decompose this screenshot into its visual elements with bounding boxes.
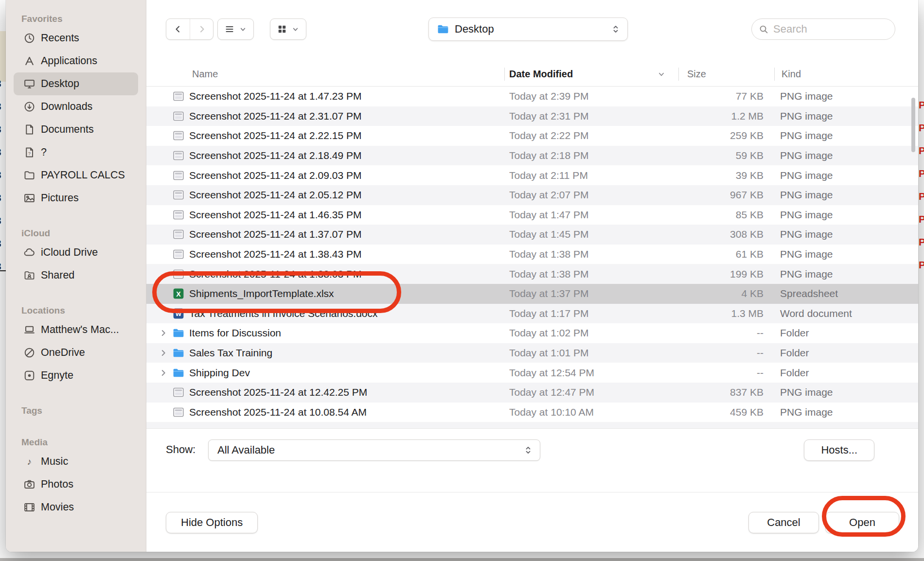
file-name: Screenshot 2025-11-24 at 2.09.03 PM xyxy=(189,170,362,181)
show-label: Show: xyxy=(166,443,195,456)
file-date-modified: Today at 1:45 PM xyxy=(504,228,678,240)
file-icon xyxy=(172,209,185,221)
svg-text:X: X xyxy=(176,290,181,298)
file-date-modified: Today at 2:31 PM xyxy=(504,110,678,122)
file-row[interactable]: X Shipments_ImportTemplate.xlsx Today at… xyxy=(146,284,918,304)
file-date-modified: Today at 1:17 PM xyxy=(504,308,678,319)
show-filter-dropdown[interactable]: All Available xyxy=(208,439,540,461)
forward-button[interactable] xyxy=(190,19,213,39)
chevron-down-icon xyxy=(291,25,300,34)
file-row[interactable]: Screenshot 2025-11-24 at 2.09.03 PM Toda… xyxy=(146,165,918,185)
file-row[interactable]: Screenshot 2025-11-24 at 2.18.49 PM Toda… xyxy=(146,146,918,166)
list-view-dropdown[interactable] xyxy=(217,18,254,40)
search-input[interactable] xyxy=(773,23,888,35)
sidebar-item-recents[interactable]: Recents xyxy=(14,27,138,50)
search-icon xyxy=(759,24,769,35)
cancel-button[interactable]: Cancel xyxy=(748,512,819,533)
file-row[interactable]: Screenshot 2025-11-24 at 10.08.54 AM Tod… xyxy=(146,403,918,422)
disclosure-chevron-icon[interactable] xyxy=(159,349,168,357)
file-kind: Word document xyxy=(774,308,918,319)
show-options-bar: Show: All Available Hosts... xyxy=(146,428,918,492)
sidebar-item-photos[interactable]: Photos xyxy=(14,473,138,496)
file-kind: PNG image xyxy=(774,110,918,122)
chevron-left-icon xyxy=(173,24,183,34)
file-kind: PNG image xyxy=(774,406,918,418)
sidebar-item-label: Documents xyxy=(41,123,94,136)
current-folder-dropdown[interactable]: Desktop xyxy=(428,18,628,41)
sidebar-item-onedrive[interactable]: OneDrive xyxy=(14,341,138,364)
file-row[interactable]: Screenshot 2025-11-24 at 2.05.12 PM Toda… xyxy=(146,185,918,205)
sidebar-item-music[interactable]: ♪ Music xyxy=(14,450,138,473)
sidebar-item-downloads[interactable]: Downloads xyxy=(14,95,138,118)
file-row[interactable]: Sales Tax Training Today at 1:01 PM -- F… xyxy=(146,343,918,363)
sidebar-item-icloud-drive[interactable]: iCloud Drive xyxy=(14,241,138,264)
column-header-name[interactable]: Name xyxy=(146,62,504,86)
back-button[interactable] xyxy=(166,19,190,39)
open-button[interactable]: Open xyxy=(825,512,899,533)
sidebar-section-header: Locations xyxy=(6,303,146,318)
column-header-size[interactable]: Size xyxy=(678,62,774,86)
hosts-button[interactable]: Hosts... xyxy=(804,439,874,461)
sidebar-item-icon xyxy=(23,501,36,513)
sidebar-item-payroll-calcs[interactable]: PAYROLL CALCS xyxy=(14,164,138,187)
file-date-modified: Today at 2:22 PM xyxy=(504,130,678,141)
sidebar-item-icon xyxy=(23,123,36,136)
sidebar-item-desktop[interactable]: Desktop xyxy=(14,72,138,95)
sidebar-item-icon xyxy=(23,169,36,181)
file-row[interactable]: Screenshot 2025-11-24 at 1.38.43 PM Toda… xyxy=(146,245,918,264)
sidebar-item-label: Downloads xyxy=(41,101,92,113)
disclosure-chevron-icon[interactable] xyxy=(159,329,168,337)
file-row[interactable]: Screenshot 2025-11-24 at 1.46.35 PM Toda… xyxy=(146,205,918,225)
file-kind: PNG image xyxy=(774,189,918,201)
file-row[interactable]: Items for Discussion Today at 1:02 PM --… xyxy=(146,323,918,343)
file-kind: PNG image xyxy=(774,248,918,260)
file-icon xyxy=(172,386,185,399)
list-view-icon xyxy=(224,24,235,35)
sidebar-item-egnyte[interactable]: Egnyte xyxy=(14,364,138,387)
file-icon xyxy=(172,406,185,419)
sidebar-section-header: Favorites xyxy=(6,12,146,27)
sidebar-item-movies[interactable]: Movies xyxy=(14,496,138,519)
file-icon xyxy=(172,228,185,241)
file-date-modified: Today at 1:38 PM xyxy=(504,248,678,260)
sidebar-section-header: iCloud xyxy=(6,226,146,241)
file-row[interactable]: Screenshot 2025-11-24 at 2.22.15 PM Toda… xyxy=(146,126,918,146)
column-header-date-modified[interactable]: Date Modified xyxy=(504,62,678,86)
file-rows: Screenshot 2025-11-24 at 1.47.23 PM Toda… xyxy=(146,87,918,422)
sidebar-item-[interactable]: ? ? xyxy=(14,141,138,164)
file-name: Items for Discussion xyxy=(189,327,281,339)
file-icon: X xyxy=(172,287,185,300)
file-row[interactable]: Screenshot 2025-11-24 at 1.47.23 PM Toda… xyxy=(146,87,918,106)
file-row[interactable]: Shipping Dev Today at 12:54 PM -- Folder xyxy=(146,363,918,383)
sidebar-item-shared[interactable]: Shared xyxy=(14,264,138,287)
file-size: 39 KB xyxy=(678,170,774,181)
grid-view-icon xyxy=(277,24,287,35)
file-date-modified: Today at 10:10 AM xyxy=(504,406,678,418)
sort-chevron-icon xyxy=(657,70,666,79)
file-size: 199 KB xyxy=(678,268,774,280)
sidebar-item-label: Pictures xyxy=(41,192,79,204)
disclosure-chevron-icon[interactable] xyxy=(159,368,168,377)
grid-view-dropdown[interactable] xyxy=(270,18,306,40)
sidebar-item-documents[interactable]: Documents xyxy=(14,118,138,141)
sidebar-item-icon xyxy=(23,55,36,67)
file-row[interactable]: Screenshot 2025-11-24 at 1.38.03 PM Toda… xyxy=(146,264,918,284)
scrollbar-thumb[interactable] xyxy=(911,98,915,152)
sidebar-item-matthew-s-mac[interactable]: Matthew's Mac... xyxy=(14,318,138,341)
file-row[interactable]: W Tax Treatments in Invoice Scenarios.do… xyxy=(146,304,918,324)
sidebar-item-pictures[interactable]: Pictures xyxy=(14,187,138,210)
sidebar-item-icon xyxy=(23,478,36,491)
file-date-modified: Today at 1:38 PM xyxy=(504,268,678,280)
file-row[interactable]: Screenshot 2025-11-24 at 2.31.07 PM Toda… xyxy=(146,106,918,126)
file-row[interactable]: Screenshot 2025-11-24 at 1.37.07 PM Toda… xyxy=(146,225,918,245)
file-kind: PNG image xyxy=(774,90,918,102)
column-header-kind[interactable]: Kind xyxy=(774,62,918,86)
file-icon xyxy=(172,149,185,162)
sidebar-item-icon xyxy=(23,101,36,113)
file-name: Screenshot 2025-11-24 at 1.37.07 PM xyxy=(189,228,362,240)
file-row[interactable]: Screenshot 2025-11-24 at 12.42.25 PM Tod… xyxy=(146,383,918,403)
svg-text:?: ? xyxy=(28,151,31,156)
sidebar-item-applications[interactable]: Applications xyxy=(14,50,138,72)
hide-options-button[interactable]: Hide Options xyxy=(166,512,258,533)
dialog-main: Desktop Name Date Modified Size Kind Scr… xyxy=(146,0,918,552)
